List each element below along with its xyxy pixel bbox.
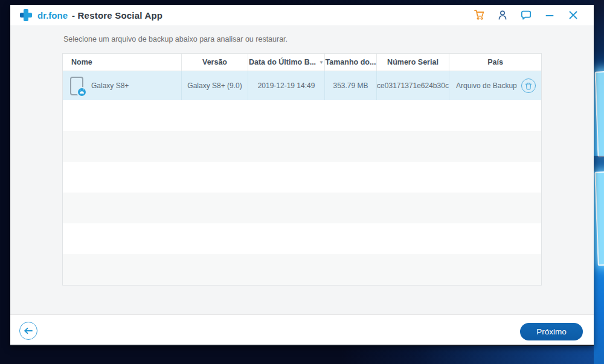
desktop-wallpaper [594,0,604,364]
app-window: dr.fone - Restore Social App [10,5,594,346]
cell-data: 2019-12-19 14:49 [248,71,325,100]
backup-table: Nome Versão Data do Último B... ▼ Tamanh… [62,53,542,286]
titlebar: dr.fone - Restore Social App [10,5,594,25]
footer-bar: Próximo [10,315,594,345]
next-button[interactable]: Próximo [520,323,583,340]
column-header-data-label: Data do Último B... [249,58,316,66]
back-button[interactable] [19,322,37,340]
android-robot-badge-icon [77,87,87,97]
column-header-tamanho[interactable]: Tamanho do... [325,54,377,71]
column-header-pais[interactable]: País [449,54,541,71]
feedback-icon[interactable] [520,9,532,21]
drfone-logo-icon [20,9,32,21]
cell-nome: Galaxy S8+ [63,71,182,100]
backup-type-label: Arquivo de Backup [456,81,517,90]
column-header-versao[interactable]: Versão [182,54,248,71]
close-icon[interactable] [567,9,579,21]
account-icon[interactable] [496,9,509,21]
column-header-data[interactable]: Data do Último B... ▼ [248,54,325,71]
column-header-nome[interactable]: Nome [63,54,182,71]
table-header-row: Nome Versão Data do Último B... ▼ Tamanh… [63,54,541,71]
device-name: Galaxy S8+ [91,81,129,90]
delete-backup-button[interactable] [521,78,536,93]
cell-pais: Arquivo de Backup [449,71,541,100]
cell-tamanho: 353.79 MB [325,71,377,100]
table-empty-area [63,100,541,285]
sort-desc-icon: ▼ [319,60,324,65]
windows-logo-pane-bottom [594,171,604,266]
cell-versao: Galaxy S8+ (9.0) [182,71,248,100]
instruction-text: Selecione um arquivo de backup abaixo pa… [63,35,288,43]
backup-row-galaxy-s8[interactable]: Galaxy S8+ Galaxy S8+ (9.0) 2019-12-19 1… [63,71,541,100]
column-header-serial[interactable]: Número Serial [377,54,449,71]
minimize-icon[interactable] [544,9,556,21]
android-device-icon [70,77,83,95]
brand-name: dr.fone [37,10,68,21]
windows-logo-pane-top [595,71,604,158]
window-title: - Restore Social App [72,10,162,21]
cart-icon[interactable] [473,9,485,21]
titlebar-icons [473,9,594,21]
cell-serial: ce03171371e624b30c [377,71,449,100]
windows-logo-gap [594,156,604,171]
